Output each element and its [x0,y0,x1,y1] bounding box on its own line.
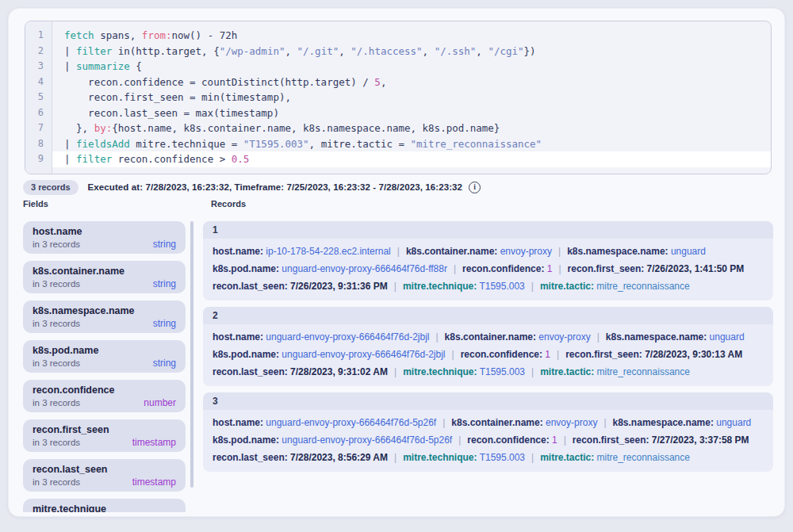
record-index-header[interactable]: 1 [203,221,773,239]
record-field: host.name: unguard-envoy-proxy-666464f76… [213,417,436,428]
code-token: filter [76,45,112,57]
field-label: recon.confidence: [467,434,549,446]
field-card[interactable]: recon.confidencein 3 recordsnumber [23,380,186,412]
field-separator: | [603,417,606,428]
field-meta: in 3 recordsstring [33,239,176,251]
field-card[interactable]: k8s.container.namein 3 recordsstring [23,261,186,293]
line-number: 9 [25,151,52,167]
code-token: "/.htaccess" [351,45,422,57]
code-token: }) [524,45,536,57]
field-name: recon.first_seen [33,423,176,437]
code-line[interactable]: | summarize { [52,59,771,75]
field-value: unguard-envoy-proxy-666464f76d-2jbjl [279,349,445,360]
field-label: k8s.namespace.name: [613,417,714,428]
query-editor[interactable]: 123456789 fetch spans, from:now() - 72h|… [25,21,772,174]
field-label: mitre.technique: [403,366,477,377]
code-token: }, [64,122,94,134]
field-card[interactable]: k8s.namespace.namein 3 recordsstring [23,300,186,333]
record-field: recon.first_seen: 7/27/2023, 3:37:58 PM [573,434,749,446]
field-meta: in 3 recordstimestamp [33,477,176,488]
code-token: "/.ssh" [435,45,477,57]
field-record-count: in 3 records [33,358,80,369]
field-value: 1 [542,349,550,360]
line-number: 7 [25,121,52,136]
field-value: envoy-proxy [543,417,598,428]
record-index-header[interactable]: 3 [203,392,773,410]
field-value: T1595.003 [477,452,526,463]
field-value: unguard [714,417,751,428]
field-separator: | [557,349,559,360]
field-value: unguard [707,331,744,343]
record-field: k8s.pod.name: unguard-envoy-proxy-666464… [213,263,447,274]
field-value: envoy-proxy [497,246,552,257]
info-icon[interactable]: i [469,182,481,193]
field-card[interactable]: k8s.pod.namein 3 recordsstring [23,340,186,373]
field-separator: | [531,452,534,463]
code-token: from: [142,29,172,41]
record-line: host.name: unguard-envoy-proxy-666464f76… [213,414,764,431]
line-number: 4 [25,75,52,90]
field-value: mitre_reconnaissance [594,452,690,463]
status-bar: 3 records Executed at: 7/28/2023, 16:23:… [23,177,481,197]
field-value: envoy-proxy [536,331,591,343]
fields-scrollbar[interactable] [190,221,193,499]
code-line[interactable]: | filter in(http.target, {"/wp-admin", "… [52,44,771,59]
field-label: mitre.technique: [403,452,477,463]
code-line[interactable]: }, by:{host.name, k8s.container.name, k8… [52,121,771,136]
field-label: mitre.tactic: [540,366,594,377]
scrollbar-thumb[interactable] [190,221,193,488]
field-label: mitre.technique: [403,281,477,292]
code-token: "/cgi" [488,45,523,57]
code-token: by: [94,122,113,134]
field-card[interactable]: mitre.techniquein 3 recordsstring [23,499,186,512]
line-number: 2 [25,44,52,59]
field-value: 1 [544,263,552,274]
code-token: { [130,60,142,72]
code-line[interactable]: | filter recon.confidence > 0.5 [52,151,771,167]
code-line[interactable]: recon.last_seen = max(timestamp) [52,105,771,121]
code-line[interactable]: recon.confidence = countDistinct(http.ta… [52,75,771,90]
field-label: k8s.pod.name: [213,434,279,446]
code-line[interactable]: | fieldsAdd mitre.technique = "T1595.003… [52,136,771,152]
field-label: k8s.pod.name: [213,349,279,360]
field-card[interactable]: recon.first_seenin 3 recordstimestamp [23,419,186,452]
record-line: k8s.pod.name: unguard-envoy-proxy-666464… [213,260,764,277]
field-label: mitre.tactic: [540,452,594,463]
field-value: 7/28/2023, 9:31:02 AM [288,366,388,377]
field-record-count: in 3 records [33,397,80,409]
record-field: k8s.pod.name: unguard-envoy-proxy-666464… [213,434,452,446]
code-token: "T1595.003" [243,138,309,150]
field-separator: | [531,366,534,377]
field-separator: | [442,417,445,428]
code-area[interactable]: fetch spans, from:now() - 72h| filter in… [52,21,771,174]
code-token: fetch [64,29,94,41]
field-card[interactable]: host.namein 3 recordsstring [23,221,186,254]
record-field: mitre.technique: T1595.003 [403,366,525,377]
line-number-gutter: 123456789 [25,21,52,174]
record-field: recon.last_seen: 7/28/2023, 9:31:02 AM [213,366,388,377]
field-value: 7/27/2023, 3:37:58 PM [649,434,749,446]
code-line[interactable]: recon.first_seen = min(timestamp), [52,90,771,105]
record-field: host.name: ip-10-178-54-228.ec2.internal [213,246,391,257]
field-label: recon.last_seen: [213,366,288,377]
record-index-header[interactable]: 2 [203,307,773,324]
code-token: recon.first_seen = min(timestamp), [64,91,291,103]
record-card: 3host.name: unguard-envoy-proxy-666464f7… [203,392,773,472]
field-label: host.name: [213,331,263,343]
field-name: recon.last_seen [33,463,176,477]
record-line: recon.last_seen: 7/28/2023, 9:31:02 AM|m… [213,363,764,381]
record-field: k8s.namespace.name: unguard [613,417,752,428]
field-card[interactable]: recon.last_seenin 3 recordstimestamp [23,459,186,492]
record-card: 2host.name: unguard-envoy-proxy-666464f7… [203,307,773,386]
field-separator: | [564,434,566,446]
field-record-count: in 3 records [33,278,80,290]
record-field: mitre.tactic: mitre_reconnaissance [540,366,690,377]
code-token: 0.5 [232,153,250,165]
field-name: k8s.pod.name [33,344,176,358]
code-token: , mitre.tactic = [309,138,411,150]
field-type-badge: string [153,278,176,290]
field-value: unguard-envoy-proxy-666464f76d-5p26f [263,417,436,428]
field-label: k8s.container.name: [406,246,497,257]
code-line[interactable]: fetch spans, from:now() - 72h [52,28,771,44]
records-count-badge: 3 records [23,180,79,195]
